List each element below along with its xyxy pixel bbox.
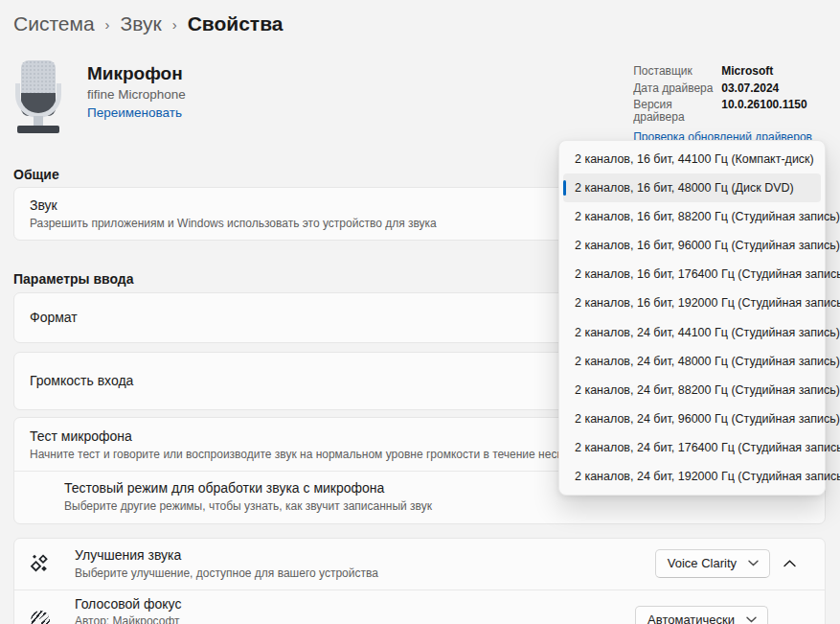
microphone-icon xyxy=(13,60,63,133)
format-option[interactable]: 2 каналов, 16 бит, 176400 Гц (Студийная … xyxy=(563,260,821,289)
voice-focus-select[interactable]: Автоматически xyxy=(635,606,768,624)
voice-focus-value: Автоматически xyxy=(647,612,735,624)
format-dropdown-menu: 2 каналов, 16 бит, 44100 Гц (Компакт-дис… xyxy=(558,140,826,496)
device-header: Микрофон fifine Microphone Переименовать… xyxy=(13,60,826,144)
audio-enhancements-row[interactable]: Улучшения звука Выберите улучшение, дост… xyxy=(14,539,825,589)
voice-focus-author: Автор: Майкрософт xyxy=(75,614,635,624)
driver-version-label: Версия драйвера xyxy=(633,99,721,124)
voice-focus-title: Голосовой фокус xyxy=(75,595,635,612)
breadcrumb-system[interactable]: Система xyxy=(13,11,95,36)
format-option[interactable]: 2 каналов, 24 бит, 48000 Гц (Студийная з… xyxy=(563,347,821,376)
driver-vendor-label: Поставщик xyxy=(633,65,721,78)
enhancements-card: Улучшения звука Выберите улучшение, дост… xyxy=(13,538,826,624)
breadcrumb-properties: Свойства xyxy=(188,11,284,36)
driver-info: Поставщик Microsoft Дата драйвера 03.07.… xyxy=(633,60,812,144)
audio-enhancements-subtitle: Выберите улучшение, доступное для вашего… xyxy=(75,566,655,581)
driver-version-value: 10.0.26100.1150 xyxy=(721,99,806,124)
volume-row-title: Громкость входа xyxy=(30,372,133,389)
format-option[interactable]: 2 каналов, 16 бит, 96000 Гц (Студийная з… xyxy=(563,231,821,260)
format-option[interactable]: 2 каналов, 24 бит, 96000 Гц (Студийная з… xyxy=(563,404,821,433)
chevron-right-icon: › xyxy=(172,10,177,37)
breadcrumb: Система › Звук › Свойства xyxy=(13,10,826,37)
audio-enhancement-value: Voice Clarity xyxy=(668,556,737,570)
voice-focus-row[interactable]: Голосовой фокус Автор: Майкрософт Уменьш… xyxy=(14,590,825,624)
breadcrumb-sound[interactable]: Звук xyxy=(121,11,162,36)
sparkles-icon xyxy=(30,553,51,574)
format-option[interactable]: 2 каналов, 16 бит, 48000 Гц (Диск DVD) xyxy=(563,173,821,202)
collapse-expander-button[interactable] xyxy=(783,560,796,567)
audio-enhancements-title: Улучшения звука xyxy=(75,546,655,564)
format-option[interactable]: 2 каналов, 24 бит, 176400 Гц (Студийная … xyxy=(563,433,821,462)
chevron-down-icon xyxy=(746,616,757,623)
chevron-right-icon: › xyxy=(105,10,110,37)
chevron-up-icon xyxy=(783,560,796,567)
format-option[interactable]: 2 каналов, 16 бит, 44100 Гц (Компакт-дис… xyxy=(563,145,821,173)
audio-enhancement-select[interactable]: Voice Clarity xyxy=(655,549,770,578)
driver-date-value: 03.07.2024 xyxy=(721,82,779,95)
format-option[interactable]: 2 каналов, 24 бит, 44100 Гц (Студийная з… xyxy=(563,317,821,346)
format-option[interactable]: 2 каналов, 16 бит, 192000 Гц (Студийная … xyxy=(563,289,821,317)
format-row-title: Формат xyxy=(30,309,78,326)
driver-vendor-value: Microsoft xyxy=(721,65,773,78)
test-mode-subtitle: Выберите другие режимы, чтобы узнать, ка… xyxy=(64,499,809,514)
chevron-down-icon xyxy=(748,560,759,566)
format-option[interactable]: 2 каналов, 24 бит, 88200 Гц (Студийная з… xyxy=(563,376,821,404)
rename-link[interactable]: Переименовать xyxy=(87,105,182,120)
voice-focus-icon xyxy=(30,611,51,624)
driver-date-label: Дата драйвера xyxy=(633,82,721,95)
format-option[interactable]: 2 каналов, 24 бит, 192000 Гц (Студийная … xyxy=(563,462,821,491)
device-subtitle: fifine Microphone xyxy=(87,87,186,102)
device-title: Микрофон xyxy=(87,62,186,84)
format-option[interactable]: 2 каналов, 16 бит, 88200 Гц (Студийная з… xyxy=(563,202,821,231)
